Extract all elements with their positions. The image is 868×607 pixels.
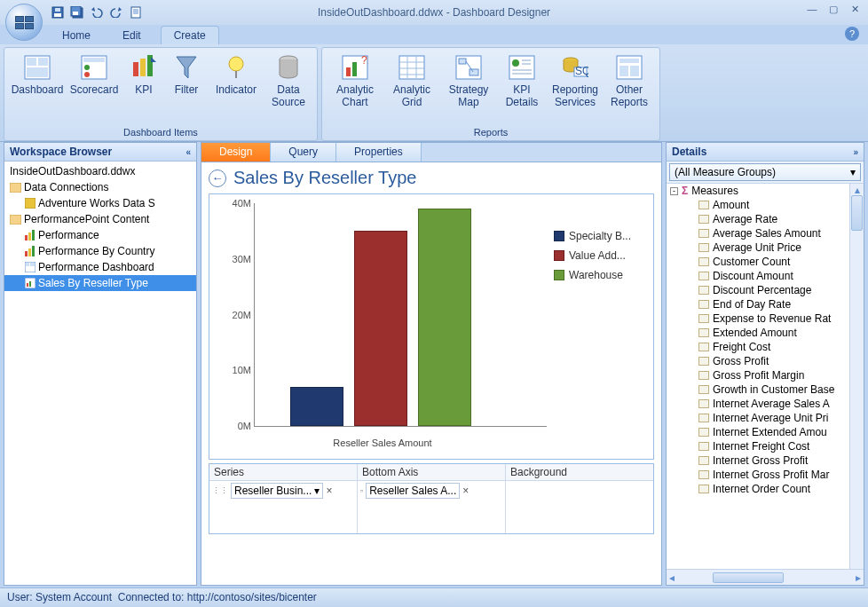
refresh-icon[interactable] (128, 4, 144, 20)
strategy-map-icon (454, 53, 483, 82)
measure-item[interactable]: Discount Percentage (667, 283, 864, 297)
legend-item[interactable]: Warehouse (554, 269, 644, 281)
measure-icon (698, 328, 709, 337)
cube-icon (24, 198, 36, 209)
ribbon-indicator[interactable]: Indicator (209, 51, 264, 125)
measure-item[interactable]: Internet Gross Profit (667, 453, 864, 468)
save-icon[interactable] (50, 4, 66, 20)
vertical-scrollbar[interactable]: ▴ (849, 184, 864, 569)
measure-item[interactable]: Extended Amount (667, 326, 864, 340)
tree-item[interactable]: Performance By Country (4, 243, 196, 259)
y-tick: 10M (233, 365, 251, 375)
collapse-left-icon[interactable]: « (185, 147, 191, 157)
tree-item[interactable]: InsideOutDashboard.ddwx (4, 163, 196, 179)
save-all-icon[interactable] (69, 4, 85, 20)
tab-design[interactable]: Design (201, 143, 271, 162)
ribbon-analytic-grid[interactable]: Analytic Grid (384, 51, 439, 125)
tab-query[interactable]: Query (271, 143, 336, 162)
svg-text:SQL: SQL (575, 65, 588, 77)
close-button[interactable]: ✕ (847, 4, 863, 16)
legend-item[interactable]: Specialty B... (554, 230, 644, 242)
svg-rect-48 (26, 263, 29, 266)
bar-specialty[interactable] (290, 387, 343, 426)
status-user: User: System Account (7, 591, 112, 603)
measure-icon (698, 286, 709, 295)
tab-properties[interactable]: Properties (336, 143, 422, 162)
y-tick: 30M (233, 254, 251, 264)
measure-item[interactable]: Expense to Revenue Rat (667, 311, 864, 326)
measure-item[interactable]: Gross Profit (667, 354, 864, 368)
measure-item[interactable]: Internet Average Unit Pri (667, 411, 864, 425)
minimize-button[interactable]: — (804, 4, 820, 16)
ribbon-kpi-details[interactable]: KPI Details (498, 51, 546, 125)
svg-rect-1 (54, 13, 61, 17)
indicator-icon (222, 53, 250, 82)
tree-item[interactable]: Data Connections (4, 179, 196, 195)
measure-list[interactable]: -ΣMeasures AmountAverage RateAverage Sal… (667, 183, 864, 585)
undo-icon[interactable] (89, 4, 105, 20)
menu-edit[interactable]: Edit (110, 27, 154, 44)
bar-warehouse[interactable] (418, 209, 471, 426)
measure-item[interactable]: Customer Count (667, 255, 864, 269)
measure-item[interactable]: Amount (667, 198, 864, 212)
horizontal-scrollbar[interactable]: ◂▸ (667, 569, 864, 585)
ribbon-other-reports[interactable]: Other Reports (604, 51, 654, 125)
tree-item[interactable]: Performance Dashboard (4, 259, 196, 275)
bar-value-added[interactable] (354, 231, 407, 426)
redo-icon[interactable] (108, 4, 124, 20)
tree-item[interactable]: PerformancePoint Content (4, 211, 196, 227)
measure-item[interactable]: Gross Profit Margin (667, 368, 864, 382)
app-menu-button[interactable] (5, 4, 43, 41)
measure-item[interactable]: Discount Amount (667, 269, 864, 283)
tree-item[interactable]: Performance (4, 227, 196, 243)
ribbon-reporting-services[interactable]: SQLReporting Services (548, 51, 603, 125)
chart-legend: Specialty B... Value Add... Warehouse (547, 203, 644, 455)
legend-item[interactable]: Value Add... (554, 249, 644, 262)
y-tick: 40M (233, 198, 251, 209)
bottomaxis-well[interactable]: ▫Reseller Sales A...× (358, 481, 505, 501)
ribbon-analytic-chart[interactable]: ?!Analytic Chart (327, 51, 383, 125)
measure-icon (698, 229, 709, 238)
ribbon-strategy-map[interactable]: Strategy Map (441, 51, 496, 125)
measures-root[interactable]: Measures (691, 185, 738, 197)
workspace-browser-panel: Workspace Browser« InsideOutDashboard.dd… (4, 142, 197, 586)
tree-item[interactable]: Adventure Works Data S (4, 195, 196, 211)
background-well[interactable] (506, 481, 653, 485)
measure-item[interactable]: Average Rate (667, 212, 864, 226)
measure-item[interactable]: Internet Freight Cost (667, 439, 864, 453)
measure-group-combo[interactable]: (All Measure Groups)▾ (669, 163, 861, 181)
ribbon-scorecard[interactable]: Scorecard (67, 51, 122, 125)
chart-area[interactable]: 40M 30M 20M 10M 0M Reseller Sales Amount… (209, 193, 654, 460)
help-icon[interactable]: ? (845, 27, 859, 41)
ribbon-kpi[interactable]: KPI (123, 51, 164, 125)
menu-bar: Home Edit Create ? (0, 25, 868, 44)
menu-home[interactable]: Home (50, 27, 103, 44)
measure-item[interactable]: Average Sales Amount (667, 226, 864, 240)
folder-icon (10, 214, 21, 225)
back-button[interactable]: ← (209, 169, 226, 187)
ribbon-dashboard[interactable]: Dashboard (10, 51, 65, 125)
measure-item[interactable]: Internet Extended Amou (667, 425, 864, 439)
measure-item[interactable]: Internet Gross Profit Mar (667, 468, 864, 482)
series-well[interactable]: ⋮⋮Reseller Busin... ▾× (209, 481, 357, 501)
ribbon-datasource[interactable]: Data Source (265, 51, 312, 125)
ribbon-filter[interactable]: Filter (166, 51, 207, 125)
menu-create[interactable]: Create (161, 26, 219, 44)
workspace-browser-title: Workspace Browser (10, 146, 112, 158)
measure-item[interactable]: Growth in Customer Base (667, 382, 864, 397)
svg-point-14 (84, 72, 90, 77)
measure-item[interactable]: Freight Cost (667, 340, 864, 354)
measure-item[interactable]: Average Unit Price (667, 240, 864, 255)
measure-item[interactable]: End of Day Rate (667, 297, 864, 311)
measure-item[interactable]: Internet Order Count (667, 482, 864, 496)
measure-item[interactable]: Internet Average Sales A (667, 397, 864, 411)
measure-icon (698, 470, 709, 479)
maximize-button[interactable]: ▢ (825, 4, 841, 16)
svg-point-18 (229, 57, 243, 71)
svg-rect-8 (27, 58, 36, 66)
svg-rect-29 (509, 56, 534, 79)
collapse-right-icon[interactable]: » (853, 147, 858, 157)
workspace-tree[interactable]: InsideOutDashboard.ddwx Data Connections… (4, 162, 196, 585)
measure-icon (698, 257, 709, 266)
tree-item-selected[interactable]: Sales By Reseller Type (4, 275, 196, 291)
